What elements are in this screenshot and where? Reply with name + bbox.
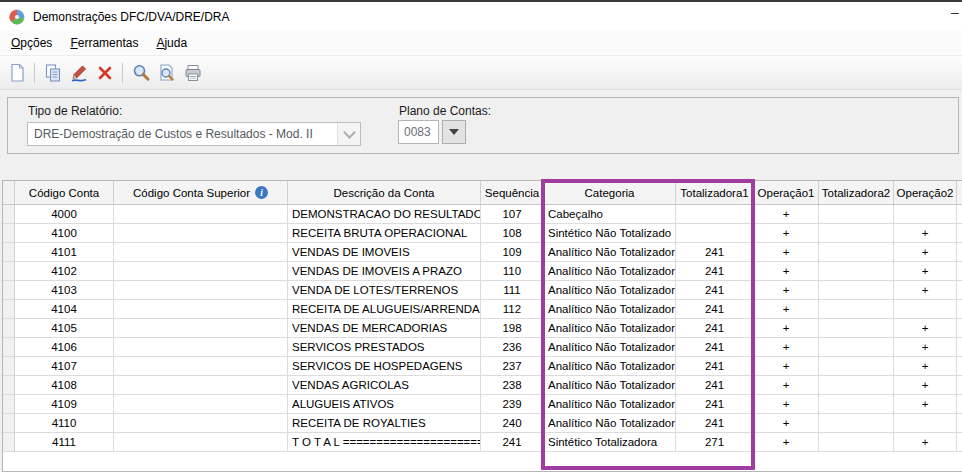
cell-operacao1[interactable]: + (754, 300, 819, 319)
col-header-operacao1[interactable]: Operação1 (754, 181, 819, 204)
cell-superior[interactable] (114, 243, 288, 262)
cell-totalizadora1[interactable] (676, 224, 754, 243)
cell-codigo[interactable]: 4101 (15, 243, 114, 262)
col-header-totalizadora2[interactable]: Totalizadora2 (819, 181, 894, 204)
cell-totalizadora2[interactable] (819, 319, 894, 338)
tipo-relatorio-select[interactable]: DRE-Demostração de Custos e Resultados -… (27, 122, 361, 146)
cell-descricao[interactable]: DEMONSTRACAO DO RESULTADO DO EXERCICIO (288, 205, 481, 224)
cell-sequencia[interactable]: 236 (481, 338, 544, 357)
cell-descricao[interactable]: VENDAS DE MERCADORIAS (288, 319, 481, 338)
cell-totalizadora2[interactable] (819, 224, 894, 243)
cell-totalizadora1[interactable]: 241 (676, 319, 754, 338)
cell-superior[interactable] (114, 300, 288, 319)
cell-operacao1[interactable]: + (754, 414, 819, 433)
cell-operacao2[interactable] (894, 414, 957, 433)
col-header-totalizadora1[interactable]: Totalizadora1 (676, 181, 754, 204)
cell-totalizadora1[interactable]: 241 (676, 357, 754, 376)
cell-sequencia[interactable]: 112 (481, 300, 544, 319)
cell-operacao1[interactable]: + (754, 433, 819, 452)
info-icon[interactable]: i (255, 186, 268, 199)
cell-totalizadora1[interactable]: 241 (676, 395, 754, 414)
cell-sequencia[interactable]: 198 (481, 319, 544, 338)
cell-operacao2[interactable] (894, 300, 957, 319)
cell-superior[interactable] (114, 224, 288, 243)
table-row[interactable]: 4110RECEITA DE ROYALTIES240Analítico Não… (3, 414, 962, 433)
table-row[interactable]: 4102VENDAS DE IMOVEIS A PRAZO110Analític… (3, 262, 962, 281)
cell-descricao[interactable]: RECEITA BRUTA OPERACIONAL (288, 224, 481, 243)
table-row[interactable]: 4100RECEITA BRUTA OPERACIONAL108Sintétic… (3, 224, 962, 243)
cell-totalizadora2[interactable] (819, 262, 894, 281)
cell-categoria[interactable]: Analítico Não Totalizador (544, 338, 676, 357)
cell-totalizadora2[interactable] (819, 300, 894, 319)
new-document-button[interactable] (4, 60, 29, 85)
cell-sequencia[interactable]: 108 (481, 224, 544, 243)
table-row[interactable]: 4000DEMONSTRACAO DO RESULTADO DO EXERCIC… (3, 205, 962, 224)
cell-operacao2[interactable]: + (894, 357, 957, 376)
cell-categoria[interactable]: Sintético Não Totalizado (544, 224, 676, 243)
cell-operacao1[interactable]: + (754, 338, 819, 357)
cell-totalizadora1[interactable]: 241 (676, 414, 754, 433)
col-header-operacao2[interactable]: Operação2 (894, 181, 957, 204)
cell-operacao2[interactable]: + (894, 281, 957, 300)
table-row[interactable]: 4109ALUGUEIS ATIVOS239Analítico Não Tota… (3, 395, 962, 414)
cell-superior[interactable] (114, 281, 288, 300)
table-row[interactable]: 4105VENDAS DE MERCADORIAS198Analítico Nã… (3, 319, 962, 338)
cell-codigo[interactable]: 4111 (15, 433, 114, 452)
cell-codigo[interactable]: 4104 (15, 300, 114, 319)
edit-button[interactable] (66, 60, 91, 85)
cell-operacao2[interactable]: + (894, 224, 957, 243)
cell-operacao1[interactable]: + (754, 376, 819, 395)
table-row[interactable]: 4108VENDAS AGRICOLAS238Analítico Não Tot… (3, 376, 962, 395)
cell-categoria[interactable]: Cabeçalho (544, 205, 676, 224)
cell-superior[interactable] (114, 376, 288, 395)
cell-totalizadora2[interactable] (819, 395, 894, 414)
cell-superior[interactable] (114, 357, 288, 376)
cell-categoria[interactable]: Analítico Não Totalizador (544, 414, 676, 433)
cell-totalizadora1[interactable]: 241 (676, 338, 754, 357)
cell-totalizadora2[interactable] (819, 205, 894, 224)
cell-descricao[interactable]: SERVICOS PRESTADOS (288, 338, 481, 357)
cell-codigo[interactable]: 4102 (15, 262, 114, 281)
cell-sequencia[interactable]: 239 (481, 395, 544, 414)
cell-totalizadora2[interactable] (819, 338, 894, 357)
cell-categoria[interactable]: Sintético Totalizadora (544, 433, 676, 452)
cell-superior[interactable] (114, 262, 288, 281)
cell-descricao[interactable]: VENDAS AGRICOLAS (288, 376, 481, 395)
cell-superior[interactable] (114, 433, 288, 452)
cell-descricao[interactable]: VENDA DE LOTES/TERRENOS (288, 281, 481, 300)
menu-ajuda[interactable]: Ajuda (147, 32, 196, 54)
cell-descricao[interactable]: RECEITA DE ROYALTIES (288, 414, 481, 433)
cell-codigo[interactable]: 4109 (15, 395, 114, 414)
cell-superior[interactable] (114, 395, 288, 414)
plano-contas-input[interactable]: 0083 (398, 120, 439, 144)
cell-totalizadora2[interactable] (819, 414, 894, 433)
cell-codigo[interactable]: 4108 (15, 376, 114, 395)
cell-sequencia[interactable]: 240 (481, 414, 544, 433)
cell-descricao[interactable]: VENDAS DE IMOVEIS A PRAZO (288, 262, 481, 281)
col-header-descricao[interactable]: Descrição da Conta (288, 181, 481, 204)
cell-operacao1[interactable]: + (754, 319, 819, 338)
cell-operacao2[interactable]: + (894, 395, 957, 414)
cell-operacao2[interactable] (894, 205, 957, 224)
cell-operacao1[interactable]: + (754, 357, 819, 376)
table-row[interactable]: 4111T O T A L ========================24… (3, 433, 962, 452)
cell-codigo[interactable]: 4105 (15, 319, 114, 338)
table-row[interactable]: 4107SERVICOS DE HOSPEDAGENS237Analítico … (3, 357, 962, 376)
cell-totalizadora2[interactable] (819, 281, 894, 300)
cell-sequencia[interactable]: 107 (481, 205, 544, 224)
menu-opcoes[interactable]: Opções (2, 32, 61, 54)
cell-categoria[interactable]: Analítico Não Totalizador (544, 395, 676, 414)
cell-operacao2[interactable]: + (894, 433, 957, 452)
cell-categoria[interactable]: Analítico Não Totalizador (544, 300, 676, 319)
cell-superior[interactable] (114, 338, 288, 357)
cell-totalizadora2[interactable] (819, 243, 894, 262)
cell-descricao[interactable]: RECEITA DE ALUGUEIS/ARRENDAMENTO (288, 300, 481, 319)
cell-descricao[interactable]: SERVICOS DE HOSPEDAGENS (288, 357, 481, 376)
cell-totalizadora2[interactable] (819, 433, 894, 452)
cell-codigo[interactable]: 4000 (15, 205, 114, 224)
cell-totalizadora2[interactable] (819, 376, 894, 395)
col-header-codigo-conta-superior[interactable]: Código Conta Superior i (114, 181, 288, 204)
cell-sequencia[interactable]: 238 (481, 376, 544, 395)
cell-operacao1[interactable]: + (754, 395, 819, 414)
cell-operacao1[interactable]: + (754, 281, 819, 300)
